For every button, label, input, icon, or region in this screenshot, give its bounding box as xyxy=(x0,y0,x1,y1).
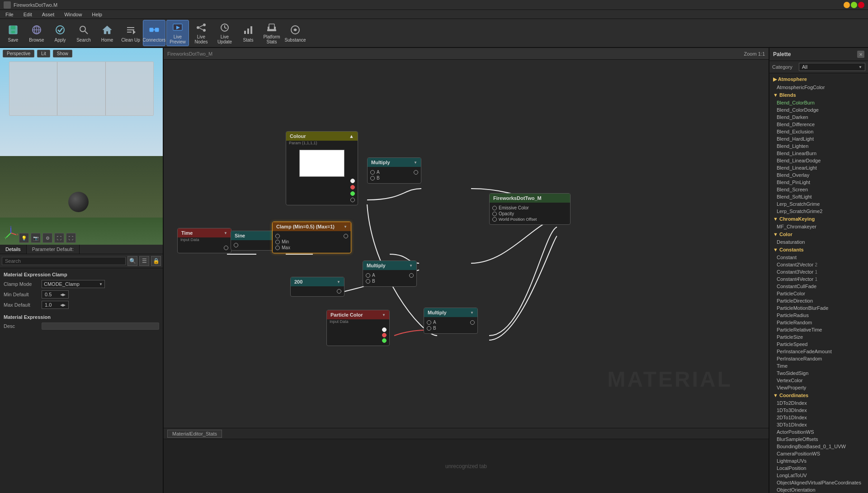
pin-out-g[interactable] xyxy=(350,191,355,196)
palette-item-blend-lineardodge[interactable]: Blend_LinearDodge xyxy=(769,157,868,164)
close-button[interactable] xyxy=(858,2,864,8)
palette-item-blend-colordodge[interactable]: Blend_ColorDodge xyxy=(769,106,868,114)
pin-mult2-a-in[interactable] xyxy=(366,273,370,278)
palette-section-coordinates[interactable]: ▼ Coordinates xyxy=(769,391,868,399)
palette-section-blends[interactable]: ▼ Blends xyxy=(769,91,868,99)
perspective-button[interactable]: Perspective xyxy=(3,50,34,57)
palette-item-viewproperty[interactable]: ViewProperty xyxy=(769,384,868,391)
pin-particle-out-g[interactable] xyxy=(382,338,387,343)
palette-item-blend-softlight[interactable]: Blend_SoftLight xyxy=(769,193,868,200)
details-lock-button[interactable]: 🔒 xyxy=(151,256,161,266)
menu-help[interactable]: Help xyxy=(89,11,105,18)
palette-item-atmosphericfogcolor[interactable]: AtmosphericFogColor xyxy=(769,84,868,91)
pin-200-out[interactable] xyxy=(337,289,341,294)
3d-viewport[interactable]: Perspective Lit Show X Y Z xyxy=(0,48,163,245)
palette-item-1dto2dindex[interactable]: 1DTo2DIndex xyxy=(769,399,868,407)
palette-item-blursampleoffsets[interactable]: BlurSampleOffsets xyxy=(769,436,868,443)
palette-item-particleradius[interactable]: ParticleRadius xyxy=(769,312,868,319)
palette-item-mf-chromakeyer[interactable]: MF_Chromakeyer xyxy=(769,223,868,230)
pin-out-white[interactable] xyxy=(350,179,355,183)
palette-item-blend-lighten[interactable]: Blend_Lighten xyxy=(769,142,868,150)
palette-item-desaturation[interactable]: Desaturation xyxy=(769,238,868,246)
lit-button[interactable]: Lit xyxy=(37,50,50,57)
palette-item-blend-overlay[interactable]: Blend_Overlay xyxy=(769,171,868,179)
node-time[interactable]: Time ▼ Input Data xyxy=(177,228,231,253)
connectors-button[interactable]: Connectors xyxy=(143,20,165,46)
palette-item-localposition[interactable]: LocalPosition xyxy=(769,465,868,472)
apply-button[interactable]: Apply xyxy=(49,20,71,46)
palette-item-boundingbox[interactable]: BoundingBoxBased_0_1_UVW xyxy=(769,443,868,450)
palette-item-twosidedsign[interactable]: TwoSidedSign xyxy=(769,370,868,377)
maximize-button[interactable] xyxy=(851,2,857,8)
cleanup-button[interactable]: Clean Up xyxy=(119,20,142,46)
palette-item-blend-hardlight[interactable]: Blend_HardLight xyxy=(769,135,868,142)
palette-item-objectaligned[interactable]: ObjectAlignedVirtualPlaneCoordinates xyxy=(769,479,868,486)
palette-item-blend-darken[interactable]: Blend_Darken xyxy=(769,114,868,121)
pin-wp-input[interactable] xyxy=(492,217,497,222)
desc-input[interactable] xyxy=(42,322,159,330)
stats-button[interactable]: Stats xyxy=(237,20,259,46)
details-filter-button[interactable]: ☰ xyxy=(139,256,149,266)
palette-section-constants[interactable]: ▼ Constants xyxy=(769,246,868,254)
menu-window[interactable]: Window xyxy=(61,11,85,18)
palette-item-blend-colorburn[interactable]: Blend_ColorBurn xyxy=(769,99,868,106)
palette-item-constant4vector[interactable]: Constant4Vector 1 xyxy=(769,275,868,283)
palette-item-3dto1dindex[interactable]: 3DTo1DIndex xyxy=(769,421,868,428)
viewport-camera-button[interactable]: 📷 xyxy=(31,233,41,243)
pin-particle-out-w[interactable] xyxy=(382,327,387,332)
viewport-settings-button[interactable]: ⚙ xyxy=(42,233,52,243)
liveupdate-button[interactable]: Live Update xyxy=(213,20,236,46)
palette-item-particlerelativetime[interactable]: ParticleRelativeTime xyxy=(769,326,868,333)
node-multiply1-expand[interactable]: ▼ xyxy=(414,161,417,165)
menu-edit[interactable]: Edit xyxy=(21,11,35,18)
palette-item-particlecolor[interactable]: ParticleColor xyxy=(769,290,868,297)
canvas-viewport[interactable]: MATERIAL FireworksDotTwo_M Emissive Colo… xyxy=(164,60,769,428)
palette-item-2dto1dindex[interactable]: 2DTo1DIndex xyxy=(769,414,868,421)
palette-item-blend-pinlight[interactable]: Blend_PinLight xyxy=(769,179,868,186)
pin-mult3-a-in[interactable] xyxy=(427,320,431,325)
stats-tab-material[interactable]: MaterialEditor_Stats xyxy=(167,430,222,438)
node-200-expand[interactable]: ▼ xyxy=(337,280,340,284)
pin-mult3-out[interactable] xyxy=(470,320,475,325)
palette-item-perinstancerandom[interactable]: PerInstanceRandom xyxy=(769,355,868,362)
pin-mult1-out[interactable] xyxy=(414,170,418,175)
category-dropdown[interactable]: All ▼ xyxy=(799,63,865,71)
palette-item-blend-difference[interactable]: Blend_Difference xyxy=(769,121,868,128)
substance-button[interactable]: Substance xyxy=(284,20,307,46)
node-clamp-expand[interactable]: ▼ xyxy=(344,225,347,229)
pin-clamp-max[interactable] xyxy=(275,246,280,250)
palette-section-atmosphere[interactable]: ▶ Atmosphere xyxy=(769,75,868,84)
palette-section-chromakeying[interactable]: ▼ ChromaKeying xyxy=(769,215,868,223)
palette-item-blend-exclusion[interactable]: Blend_Exclusion xyxy=(769,128,868,135)
node-colour[interactable]: Colour ▲ Param (1,1,1,1) xyxy=(286,131,358,205)
node-time-expand[interactable]: ▼ xyxy=(224,231,227,235)
livenodes-button[interactable]: Live Nodes xyxy=(190,20,212,46)
pin-out-r[interactable] xyxy=(350,185,355,190)
menu-asset[interactable]: Asset xyxy=(39,11,57,18)
pin-mult1-a-in[interactable] xyxy=(370,170,375,175)
max-value-field[interactable]: 1.0 ◀▶ xyxy=(42,301,69,309)
palette-close-button[interactable]: ✕ xyxy=(857,51,864,58)
palette-item-vertexcolor[interactable]: VertexColor xyxy=(769,377,868,384)
palette-item-lerp-scratchgrime[interactable]: Lerp_ScratchGrime xyxy=(769,200,868,208)
palette-item-lerp-scratchgrime2[interactable]: Lerp_ScratchGrime2 xyxy=(769,208,868,215)
viewport-fullscreen-button[interactable]: ⛶ xyxy=(66,233,76,243)
palette-item-1dto3dindex[interactable]: 1DTo3DIndex xyxy=(769,407,868,414)
home-button[interactable]: Home xyxy=(96,20,118,46)
palette-item-lightmapuvs[interactable]: LightmapUVs xyxy=(769,457,868,465)
node-multiply2[interactable]: Multiply ▼ A B xyxy=(363,261,417,287)
node-particle-expand[interactable]: ▼ xyxy=(382,313,386,317)
menu-file[interactable]: File xyxy=(3,11,16,18)
node-particle-color[interactable]: Particle Color ▼ Input Data xyxy=(326,310,390,346)
clamp-mode-dropdown[interactable]: CMODE_Clamp ▼ xyxy=(42,280,105,288)
node-multiply2-expand[interactable]: ▼ xyxy=(409,264,413,268)
pin-out-other[interactable] xyxy=(350,198,355,202)
node-fireworks[interactable]: FireworksDotTwo_M Emissive Color Opacity… xyxy=(489,193,571,225)
livepreview-button[interactable]: Live Preview xyxy=(166,20,189,46)
palette-section-color[interactable]: ▼ Color xyxy=(769,230,868,238)
details-search-input[interactable] xyxy=(2,257,126,265)
details-search-button[interactable]: 🔍 xyxy=(127,256,137,266)
tab-details[interactable]: Details xyxy=(0,245,27,254)
node-200[interactable]: 200 ▼ xyxy=(290,277,344,297)
pin-mult2-b-in[interactable] xyxy=(366,279,370,284)
